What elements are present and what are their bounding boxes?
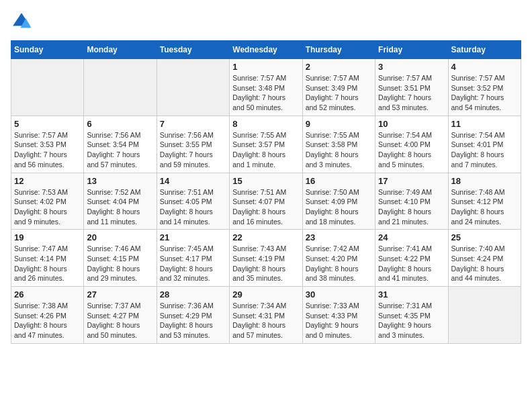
calendar-cell: 15Sunrise: 7:51 AM Sunset: 4:07 PM Dayli…: [230, 173, 302, 230]
day-number: 18: [451, 176, 518, 186]
day-info: Sunrise: 7:41 AM Sunset: 4:22 PM Dayligh…: [378, 244, 445, 283]
calendar-cell: 11Sunrise: 7:54 AM Sunset: 4:01 PM Dayli…: [448, 116, 521, 173]
day-number: 12: [14, 176, 81, 186]
calendar-cell: 19Sunrise: 7:47 AM Sunset: 4:14 PM Dayli…: [11, 230, 84, 287]
calendar-cell: 12Sunrise: 7:53 AM Sunset: 4:02 PM Dayli…: [11, 173, 84, 230]
day-info: Sunrise: 7:53 AM Sunset: 4:02 PM Dayligh…: [14, 187, 81, 227]
day-number: 26: [14, 289, 81, 300]
day-info: Sunrise: 7:57 AM Sunset: 3:48 PM Dayligh…: [232, 73, 299, 113]
day-info: Sunrise: 7:56 AM Sunset: 3:54 PM Dayligh…: [87, 130, 153, 170]
day-info: Sunrise: 7:55 AM Sunset: 3:58 PM Dayligh…: [306, 130, 372, 170]
day-number: 3: [378, 62, 445, 72]
weekday-header-monday: Monday: [84, 41, 157, 59]
calendar-body: 1Sunrise: 7:57 AM Sunset: 3:48 PM Daylig…: [11, 59, 521, 344]
day-number: 6: [87, 119, 153, 129]
logo: [11, 11, 35, 32]
calendar-week-1: 1Sunrise: 7:57 AM Sunset: 3:48 PM Daylig…: [11, 59, 521, 116]
day-info: Sunrise: 7:38 AM Sunset: 4:26 PM Dayligh…: [14, 301, 81, 340]
calendar-cell: 1Sunrise: 7:57 AM Sunset: 3:48 PM Daylig…: [230, 59, 302, 116]
day-info: Sunrise: 7:49 AM Sunset: 4:10 PM Dayligh…: [378, 187, 445, 227]
calendar-cell: 20Sunrise: 7:46 AM Sunset: 4:15 PM Dayli…: [84, 230, 157, 287]
calendar-week-4: 19Sunrise: 7:47 AM Sunset: 4:14 PM Dayli…: [11, 230, 521, 287]
day-number: 14: [160, 176, 226, 186]
calendar-cell: 31Sunrise: 7:31 AM Sunset: 4:35 PM Dayli…: [375, 287, 448, 344]
calendar-cell: 29Sunrise: 7:34 AM Sunset: 4:31 PM Dayli…: [230, 287, 302, 344]
calendar-cell: 18Sunrise: 7:48 AM Sunset: 4:12 PM Dayli…: [448, 173, 521, 230]
day-number: 1: [232, 62, 299, 72]
day-number: 28: [160, 289, 226, 300]
day-number: 22: [232, 232, 299, 242]
calendar-cell: 8Sunrise: 7:55 AM Sunset: 3:57 PM Daylig…: [230, 116, 302, 173]
day-info: Sunrise: 7:45 AM Sunset: 4:17 PM Dayligh…: [160, 244, 226, 283]
day-number: 20: [87, 232, 153, 242]
day-number: 25: [451, 232, 518, 242]
calendar-week-2: 5Sunrise: 7:57 AM Sunset: 3:53 PM Daylig…: [11, 116, 521, 173]
calendar-cell: 25Sunrise: 7:40 AM Sunset: 4:24 PM Dayli…: [448, 230, 521, 287]
day-number: 30: [306, 289, 372, 300]
calendar-cell: 4Sunrise: 7:57 AM Sunset: 3:52 PM Daylig…: [448, 59, 521, 116]
day-number: 10: [378, 119, 445, 129]
calendar-cell: 6Sunrise: 7:56 AM Sunset: 3:54 PM Daylig…: [84, 116, 157, 173]
day-info: Sunrise: 7:52 AM Sunset: 4:04 PM Dayligh…: [87, 187, 153, 227]
day-number: 16: [306, 176, 372, 186]
day-number: 24: [378, 232, 445, 242]
day-number: 29: [232, 289, 299, 300]
calendar-cell: 23Sunrise: 7:42 AM Sunset: 4:20 PM Dayli…: [302, 230, 375, 287]
calendar-cell: 30Sunrise: 7:33 AM Sunset: 4:33 PM Dayli…: [302, 287, 375, 344]
day-info: Sunrise: 7:47 AM Sunset: 4:14 PM Dayligh…: [14, 244, 81, 283]
calendar-cell: 14Sunrise: 7:51 AM Sunset: 4:05 PM Dayli…: [157, 173, 229, 230]
calendar-cell: 2Sunrise: 7:57 AM Sunset: 3:49 PM Daylig…: [302, 59, 375, 116]
calendar-cell: 9Sunrise: 7:55 AM Sunset: 3:58 PM Daylig…: [302, 116, 375, 173]
logo-icon: [11, 11, 32, 32]
day-number: 23: [306, 232, 372, 242]
day-info: Sunrise: 7:50 AM Sunset: 4:09 PM Dayligh…: [306, 187, 372, 227]
weekday-header-thursday: Thursday: [302, 41, 375, 59]
day-number: 31: [378, 289, 445, 300]
calendar-cell: 10Sunrise: 7:54 AM Sunset: 4:00 PM Dayli…: [375, 116, 448, 173]
calendar-cell: 5Sunrise: 7:57 AM Sunset: 3:53 PM Daylig…: [11, 116, 84, 173]
day-info: Sunrise: 7:55 AM Sunset: 3:57 PM Dayligh…: [232, 130, 299, 170]
weekday-header-friday: Friday: [375, 41, 448, 59]
calendar-cell: 21Sunrise: 7:45 AM Sunset: 4:17 PM Dayli…: [157, 230, 229, 287]
day-info: Sunrise: 7:51 AM Sunset: 4:07 PM Dayligh…: [232, 187, 299, 227]
day-number: 15: [232, 176, 299, 186]
page-header: [11, 11, 521, 32]
calendar-week-5: 26Sunrise: 7:38 AM Sunset: 4:26 PM Dayli…: [11, 287, 521, 344]
calendar-cell: [84, 59, 157, 116]
calendar-week-3: 12Sunrise: 7:53 AM Sunset: 4:02 PM Dayli…: [11, 173, 521, 230]
day-info: Sunrise: 7:51 AM Sunset: 4:05 PM Dayligh…: [160, 187, 226, 227]
weekday-header-wednesday: Wednesday: [230, 41, 302, 59]
day-info: Sunrise: 7:33 AM Sunset: 4:33 PM Dayligh…: [306, 301, 372, 340]
day-info: Sunrise: 7:37 AM Sunset: 4:27 PM Dayligh…: [87, 301, 153, 340]
calendar-cell: 13Sunrise: 7:52 AM Sunset: 4:04 PM Dayli…: [84, 173, 157, 230]
calendar-cell: [11, 59, 84, 116]
day-info: Sunrise: 7:57 AM Sunset: 3:51 PM Dayligh…: [378, 73, 445, 113]
day-number: 2: [306, 62, 372, 72]
day-info: Sunrise: 7:54 AM Sunset: 4:01 PM Dayligh…: [451, 130, 518, 170]
calendar-cell: 16Sunrise: 7:50 AM Sunset: 4:09 PM Dayli…: [302, 173, 375, 230]
day-number: 4: [451, 62, 518, 72]
day-number: 19: [14, 232, 81, 242]
day-info: Sunrise: 7:36 AM Sunset: 4:29 PM Dayligh…: [160, 301, 226, 340]
header-row: SundayMondayTuesdayWednesdayThursdayFrid…: [11, 41, 521, 59]
weekday-header-saturday: Saturday: [448, 41, 521, 59]
day-info: Sunrise: 7:57 AM Sunset: 3:52 PM Dayligh…: [451, 73, 518, 113]
calendar-cell: 3Sunrise: 7:57 AM Sunset: 3:51 PM Daylig…: [375, 59, 448, 116]
day-number: 11: [451, 119, 518, 129]
day-info: Sunrise: 7:57 AM Sunset: 3:53 PM Dayligh…: [14, 130, 81, 170]
calendar-cell: 24Sunrise: 7:41 AM Sunset: 4:22 PM Dayli…: [375, 230, 448, 287]
day-info: Sunrise: 7:31 AM Sunset: 4:35 PM Dayligh…: [378, 301, 445, 340]
day-info: Sunrise: 7:43 AM Sunset: 4:19 PM Dayligh…: [232, 244, 299, 283]
calendar-table: SundayMondayTuesdayWednesdayThursdayFrid…: [11, 40, 521, 344]
day-number: 9: [306, 119, 372, 129]
calendar-cell: 17Sunrise: 7:49 AM Sunset: 4:10 PM Dayli…: [375, 173, 448, 230]
calendar-cell: [448, 287, 521, 344]
day-number: 7: [160, 119, 226, 129]
calendar-cell: 7Sunrise: 7:56 AM Sunset: 3:55 PM Daylig…: [157, 116, 229, 173]
weekday-header-tuesday: Tuesday: [157, 41, 229, 59]
day-info: Sunrise: 7:34 AM Sunset: 4:31 PM Dayligh…: [232, 301, 299, 340]
day-number: 27: [87, 289, 153, 300]
calendar-cell: 26Sunrise: 7:38 AM Sunset: 4:26 PM Dayli…: [11, 287, 84, 344]
day-number: 17: [378, 176, 445, 186]
day-info: Sunrise: 7:48 AM Sunset: 4:12 PM Dayligh…: [451, 187, 518, 227]
